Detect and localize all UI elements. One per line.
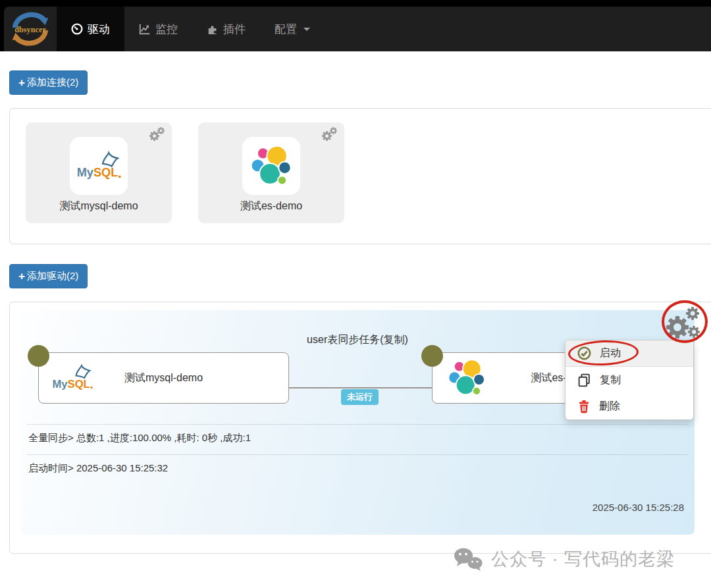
watermark: 公众号 · 写代码的老梁 [453,547,675,571]
nav-item-label: 配置 [275,22,297,37]
dbsyncer-logo-icon: dbsyncer [9,9,52,49]
dashboard-icon [71,23,83,35]
nav-item-config[interactable]: 配置 [260,7,325,51]
nav-items: 驱动 监控 插件 配置 [57,7,325,51]
plus-icon: + [18,271,25,282]
menu-item-label: 复制 [600,373,621,387]
driver-actions-menu: 启动 复制 删除 [565,340,694,420]
updated-timestamp: 2025-06-30 15:25:28 [592,502,684,513]
source-node-mysql[interactable]: 测试mysql-demo [38,352,289,404]
brand-text: dbsyncer [14,25,46,34]
add-driver-label: 添加驱动(2) [27,270,78,282]
mysql-logo [74,151,124,182]
divider [27,454,688,455]
connection-name: 测试mysql-demo [26,200,172,213]
monitor-chart-icon [139,23,151,35]
nav-item-label: 插件 [223,22,246,37]
nav-item-plugin[interactable]: 插件 [192,7,260,51]
page: dbsyncer 驱动 监控 [0,0,711,588]
connector-line [289,387,432,388]
watermark-text: 公众号 · 写代码的老梁 [491,547,675,571]
status-badge: 未运行 [341,389,379,405]
elasticsearch-logo [250,144,293,188]
menu-item-copy[interactable]: 复制 [566,367,693,393]
nav-item-label: 驱动 [88,22,110,37]
wechat-icon [453,547,483,571]
connection-card-mysql[interactable]: 测试mysql-demo [26,122,172,223]
add-connection-label: 添加连接(2) [27,76,78,89]
add-connection-button[interactable]: + 添加连接(2) [9,70,88,95]
connection-settings-gears-icon[interactable] [322,127,339,142]
mysql-logo-tile [70,137,128,195]
check-circle-icon [577,346,591,360]
connections-panel: 测试mysql-demo 测试es-demo [9,108,711,244]
menu-item-delete[interactable]: 删除 [566,393,693,419]
nav-item-label: 监控 [155,22,178,37]
copy-icon [577,373,591,387]
navbar: dbsyncer 驱动 监控 [4,7,711,51]
add-driver-button[interactable]: + 添加驱动(2) [9,264,88,288]
connection-name: 测试es-demo [198,200,344,213]
caret-down-icon [303,28,310,31]
plugin-icon [207,23,219,35]
menu-item-start[interactable]: 启动 [566,340,693,367]
nav-item-driver[interactable]: 驱动 [57,7,124,51]
menu-item-label: 删除 [599,400,620,414]
source-node-name: 测试mysql-demo [39,353,288,403]
elasticsearch-logo-tile [242,137,300,195]
menu-item-label: 启动 [600,346,621,360]
connection-card-es[interactable]: 测试es-demo [198,122,344,223]
divider [27,424,688,425]
driver-settings-gears-icon[interactable] [665,306,706,344]
plus-icon: + [18,77,25,88]
trash-icon [577,400,591,414]
nav-item-monitor[interactable]: 监控 [124,7,192,51]
connection-settings-gears-icon[interactable] [149,127,167,142]
brand-logo[interactable]: dbsyncer [4,7,57,51]
full-sync-status-text: 全量同步> 总数:1 ,进度:100.00% ,耗时: 0秒 ,成功:1 [28,432,687,444]
start-time-text: 启动时间> 2025-06-30 15:25:32 [28,462,687,475]
